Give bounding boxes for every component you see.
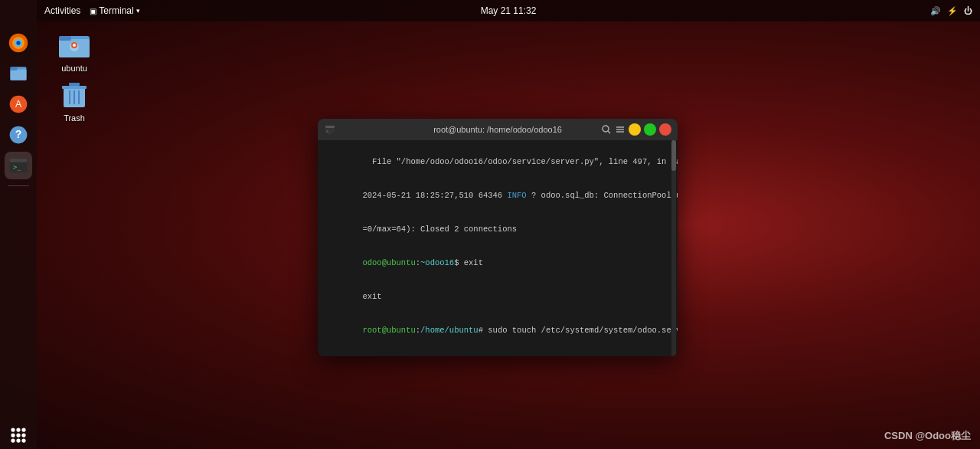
menu-icon[interactable] [615, 124, 626, 135]
svg-rect-31 [69, 83, 80, 86]
term-line-7: root@ubuntu:/home/ubuntu# vim /etc/syste… [324, 347, 671, 356]
svg-point-14 [11, 428, 15, 431]
firefox-icon [8, 32, 29, 54]
titlebar-controls: — □ ✕ [601, 123, 671, 136]
dock-separator [8, 185, 29, 186]
svg-rect-12 [10, 159, 28, 162]
svg-point-21 [16, 438, 20, 442]
svg-point-38 [603, 126, 609, 132]
svg-text:>_: >_ [13, 163, 21, 171]
minimize-button[interactable]: — [629, 123, 641, 136]
activities-label[interactable]: Activities [44, 5, 80, 16]
svg-point-20 [11, 438, 15, 442]
svg-point-22 [21, 438, 25, 442]
term-line-6: root@ubuntu:/home/ubuntu# sudo touch /et… [324, 313, 671, 347]
term-line-5: exit [324, 280, 671, 313]
svg-point-15 [16, 428, 20, 431]
titlebar-left: >_ [324, 123, 336, 136]
search-icon[interactable] [601, 124, 612, 135]
svg-rect-6 [11, 67, 18, 70]
svg-point-19 [21, 433, 25, 437]
files-icon [8, 63, 29, 84]
dock-item-apps[interactable] [5, 421, 32, 449]
show-apps-icon [8, 424, 29, 446]
term-line-4: odoo@ubuntu:~odoo16$ exit [324, 246, 671, 280]
power-icon: ⏻ [964, 6, 972, 15]
term-line-3: =0/max=64): Closed 2 connections [324, 212, 671, 246]
svg-rect-36 [325, 126, 335, 128]
terminal-title-icon: >_ [324, 123, 336, 136]
topbar-datetime: May 21 11:32 [481, 5, 537, 16]
ubuntu-desktop-icon[interactable]: ubuntu [47, 27, 101, 73]
terminal-window: >_ root@ubuntu: /home/odoo/odoo16 — □ ✕ [318, 119, 678, 356]
terminal-icon: >_ [8, 155, 29, 176]
terminal-scrollbar[interactable] [671, 140, 676, 356]
svg-point-17 [11, 433, 15, 437]
svg-text:?: ? [15, 128, 22, 140]
svg-text:A: A [15, 99, 22, 110]
trash-icon [57, 77, 91, 110]
maximize-button[interactable]: □ [644, 123, 656, 136]
topbar-left: Activities ▣ Terminal ▾ [44, 5, 140, 16]
svg-rect-30 [62, 86, 87, 89]
close-button[interactable]: ✕ [659, 123, 671, 136]
term-line-1: File "/home/odoo/odoo16/odoo/service/ser… [324, 145, 671, 179]
terminal-title-text: root@ubuntu: /home/odoo/odoo16 [433, 125, 562, 134]
dock-item-firefox[interactable] [5, 29, 32, 57]
svg-point-28 [73, 44, 76, 47]
watermark: CSDN @Odoo稳尘 [884, 429, 971, 443]
volume-icon: ⚡ [947, 6, 958, 16]
ubuntu-software-icon: A [8, 93, 29, 115]
svg-point-16 [21, 428, 25, 431]
terminal-titlebar: >_ root@ubuntu: /home/odoo/odoo16 — □ ✕ [318, 119, 678, 140]
dock-item-help[interactable]: ? [5, 121, 32, 149]
network-icon: 🔊 [930, 6, 941, 16]
topbar: Activities ▣ Terminal ▾ May 21 11:32 🔊 ⚡… [37, 0, 980, 21]
topbar-right: 🔊 ⚡ ⏻ [930, 6, 972, 16]
dock-item-files[interactable] [5, 60, 32, 87]
dock: A ? >_ [0, 0, 37, 449]
desktop: Activities ▣ Terminal ▾ May 21 11:32 🔊 ⚡… [0, 0, 980, 449]
svg-point-3 [16, 41, 20, 44]
svg-line-39 [608, 131, 610, 133]
help-icon: ? [8, 124, 29, 146]
dock-item-software[interactable]: A [5, 90, 32, 118]
trash-label: Trash [64, 113, 85, 123]
terminal-scrollbar-thumb[interactable] [671, 140, 676, 171]
svg-point-18 [16, 433, 20, 437]
terminal-body[interactable]: File "/home/odoo/odoo16/odoo/service/ser… [318, 140, 678, 356]
ubuntu-folder-label: ubuntu [61, 64, 87, 73]
trash-desktop-icon[interactable]: Trash [47, 77, 101, 123]
term-line-2: 2024-05-21 18:25:27,510 64346 INFO ? odo… [324, 179, 671, 212]
svg-rect-25 [59, 36, 71, 41]
ubuntu-folder-icon [57, 27, 91, 61]
dock-item-terminal[interactable]: >_ [5, 152, 32, 179]
svg-rect-5 [11, 70, 27, 80]
svg-text:>_: >_ [326, 129, 332, 134]
terminal-menu[interactable]: ▣ Terminal ▾ [90, 5, 139, 16]
